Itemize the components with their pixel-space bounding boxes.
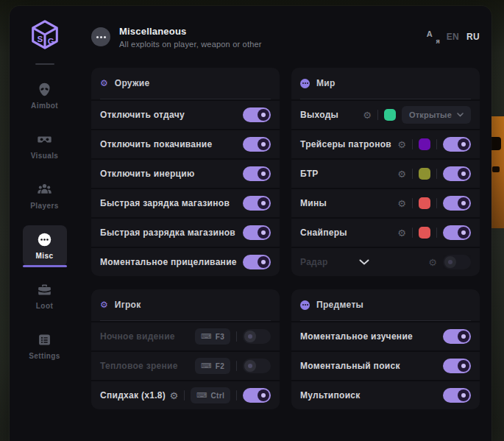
- sidebar-item-players[interactable]: Players: [23, 175, 67, 216]
- panel-title: Предметы: [316, 300, 363, 310]
- sidebar-item-settings[interactable]: Settings: [23, 325, 67, 367]
- row-bullet-tracers: Трейсеры патронов ⚙: [291, 129, 480, 158]
- keyboard-icon: ⌨: [201, 333, 211, 340]
- divider: [436, 227, 437, 238]
- right-column: Мир Выходы ⚙ Открытые: [291, 68, 480, 409]
- toggle-on[interactable]: [443, 329, 471, 344]
- ellipsis-circle-icon: [91, 27, 110, 46]
- row-speedhack: Спидхак (x1.8) ⚙ ⌨ Ctrl: [91, 380, 280, 409]
- toggle-on[interactable]: [443, 388, 471, 403]
- row-mines: Мины ⚙: [291, 188, 480, 217]
- hotkey-badge[interactable]: ⌨ Ctrl: [191, 387, 230, 403]
- panel-player-header: ⚙ Игрок: [91, 289, 280, 320]
- toggle-on[interactable]: [243, 137, 271, 152]
- row-disable-inertia: Отключить инерцию: [91, 158, 280, 188]
- panel-title: Мир: [316, 78, 336, 88]
- toggle-on[interactable]: [443, 166, 471, 181]
- color-swatch[interactable]: [419, 227, 430, 239]
- row-night-vision: Ночное видение ⌨ F3: [91, 321, 280, 350]
- toggle-on[interactable]: [443, 225, 471, 240]
- divider: [436, 169, 437, 179]
- sidebar-item-loot[interactable]: Loot: [23, 275, 67, 317]
- row-fast-reload: Быстрая зарядка магазинов: [91, 188, 280, 217]
- sidebar-item-label: Loot: [36, 302, 53, 310]
- row-instant-ads: Моментальное прицеливание: [91, 247, 280, 276]
- hotkey-badge[interactable]: ⌨ F3: [195, 328, 230, 345]
- radar-expand-chevron[interactable]: [359, 259, 369, 265]
- chevron-down-icon: [457, 113, 464, 117]
- row-instant-loot: Моментальный поиск: [291, 350, 480, 380]
- hotkey-badge[interactable]: ⌨ F2: [195, 358, 230, 374]
- row-thermal-vision: Тепловое зрение ⌨ F2: [91, 350, 280, 380]
- row-disable-sway: Отключить покачивание: [91, 129, 280, 158]
- keyboard-icon: ⌨: [201, 362, 211, 370]
- svg-text:S: S: [37, 35, 43, 43]
- briefcase-icon: [37, 282, 52, 297]
- toggle-off[interactable]: [243, 329, 271, 344]
- divider: [236, 361, 237, 371]
- gear-icon[interactable]: ⚙: [397, 199, 406, 208]
- sidebar-item-misc[interactable]: Misc: [23, 225, 67, 267]
- color-swatch[interactable]: [419, 138, 430, 150]
- panel-title: Оружие: [115, 78, 150, 88]
- divider: [236, 390, 237, 401]
- toggle-on[interactable]: [243, 107, 271, 122]
- page-subtitle: All exploits on player, weapon or other: [119, 40, 262, 49]
- main-area: Miscellaneous All exploits on player, we…: [79, 6, 491, 441]
- svg-text:G: G: [47, 37, 54, 46]
- background-game-artifact: [491, 116, 504, 228]
- panel-title: Игрок: [115, 300, 141, 310]
- exits-dropdown[interactable]: Открытые: [402, 106, 471, 124]
- panel-weapon-header: ⚙ Оружие: [91, 68, 280, 99]
- lang-option-ru[interactable]: RU: [466, 32, 480, 42]
- keyboard-icon: ⌨: [196, 392, 207, 399]
- color-swatch[interactable]: [419, 197, 430, 209]
- page-title: Miscellaneous: [119, 26, 262, 37]
- toggle-on[interactable]: [443, 196, 471, 211]
- toggle-on[interactable]: [243, 255, 271, 269]
- row-radar: Радар ⚙: [291, 247, 480, 276]
- toggle-on[interactable]: [243, 166, 271, 181]
- app-logo-cube-icon: S G: [28, 18, 62, 52]
- toggle-on[interactable]: [443, 137, 471, 152]
- row-disable-recoil: Отключить отдачу: [91, 99, 280, 129]
- panel-world: Мир Выходы ⚙ Открытые: [291, 68, 480, 276]
- gear-icon[interactable]: ⚙: [169, 391, 178, 401]
- toggle-on[interactable]: [443, 359, 471, 373]
- ellipsis-circle-icon: [300, 300, 310, 310]
- gear-icon[interactable]: ⚙: [363, 110, 372, 120]
- left-column: ⚙ Оружие Отключить отдачу Отключить пока…: [91, 68, 280, 409]
- toggle-off[interactable]: [443, 255, 471, 269]
- panel-weapon: ⚙ Оружие Отключить отдачу Отключить пока…: [91, 68, 280, 276]
- sidebar: S G Aimbot Visuals: [10, 6, 79, 441]
- sidebar-divider: [35, 63, 54, 65]
- sidebar-item-label: Players: [30, 202, 58, 210]
- divider: [184, 390, 185, 401]
- sidebar-item-label: Settings: [29, 352, 60, 360]
- gear-icon[interactable]: ⚙: [397, 140, 406, 149]
- sidebar-item-visuals[interactable]: Visuals: [23, 125, 67, 166]
- toggle-off[interactable]: [243, 359, 271, 373]
- color-swatch[interactable]: [419, 168, 430, 180]
- divider: [412, 198, 413, 208]
- lang-option-en[interactable]: EN: [447, 32, 459, 42]
- divider: [436, 198, 437, 208]
- sidebar-item-aimbot[interactable]: Aimbot: [23, 75, 67, 116]
- cheat-menu-window: S G Aimbot Visuals: [10, 6, 491, 441]
- row-exits: Выходы ⚙ Открытые: [291, 99, 480, 129]
- chevron-down-icon: [359, 259, 369, 265]
- ellipsis-circle-icon: [300, 79, 310, 88]
- toggle-on[interactable]: [243, 388, 271, 403]
- gear-icon[interactable]: ⚙: [397, 228, 406, 238]
- gear-icon[interactable]: ⚙: [397, 169, 406, 179]
- panel-player: ⚙ Игрок Ночное видение ⌨ F3: [91, 289, 280, 409]
- gear-icon[interactable]: ⚙: [428, 258, 437, 267]
- sidebar-item-label: Misc: [36, 252, 54, 260]
- row-multiloot: Мультипоиск: [291, 380, 480, 409]
- color-swatch[interactable]: [384, 109, 396, 121]
- row-instant-research: Моментальное изучение: [291, 321, 480, 350]
- toggle-on[interactable]: [243, 196, 271, 211]
- row-fast-unload: Быстрая разрядка магазинов: [91, 217, 280, 247]
- toggle-on[interactable]: [243, 225, 271, 240]
- sidebar-nav: Aimbot Visuals Play: [23, 75, 67, 367]
